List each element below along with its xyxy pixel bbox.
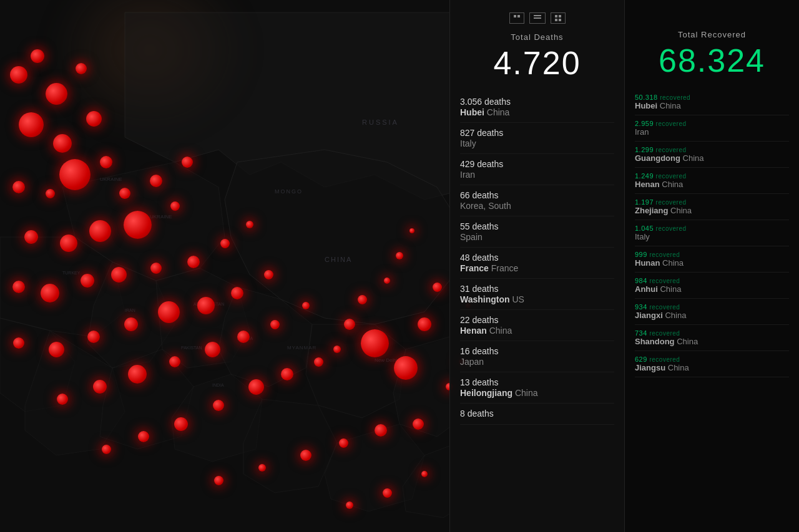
- death-location: France France: [460, 263, 614, 273]
- recovered-location: Henan China: [635, 180, 789, 189]
- infection-dot: [248, 379, 264, 395]
- infection-dot: [138, 431, 149, 442]
- svg-text:New Delhi: New Delhi: [375, 357, 398, 363]
- recovered-location: Italy: [635, 232, 789, 241]
- infection-dot: [128, 365, 147, 384]
- death-list-item: 3.056 deaths Hubei China: [460, 92, 614, 123]
- infection-dot: [346, 501, 353, 509]
- infection-dot: [87, 331, 100, 343]
- recovered-count: 1.299 recovered: [635, 146, 789, 153]
- recovered-count: 1.045 recovered: [635, 225, 789, 232]
- recovered-list-item: 984 recovered Anhui China: [635, 273, 789, 299]
- recovered-count: 999 recovered: [635, 251, 789, 258]
- recovered-list-item: 1.197 recovered Zhejiang China: [635, 194, 789, 220]
- recovered-label: recovered: [656, 199, 687, 206]
- infection-dot: [302, 302, 310, 309]
- svg-text:CHINA: CHINA: [325, 256, 352, 263]
- recovered-label: recovered: [660, 94, 690, 101]
- infection-dot: [46, 83, 67, 105]
- infection-dot: [111, 267, 127, 283]
- map-container: RUSSIA CHINA MONGO MYANMAR BURMA New Del…: [0, 0, 487, 532]
- infection-dot: [384, 278, 390, 284]
- death-location: Hubei China: [460, 107, 614, 117]
- death-list-item: 13 deaths Heilongjiang China: [460, 372, 614, 404]
- recovered-label: recovered: [649, 356, 680, 363]
- recovered-list-item: 1.045 recovered Italy: [635, 220, 789, 246]
- recovered-label: recovered: [656, 225, 687, 232]
- recovered-location: Anhui China: [635, 284, 789, 294]
- death-count: 22 deaths: [460, 315, 614, 325]
- infection-dot: [281, 368, 293, 380]
- grid-icon[interactable]: [509, 12, 524, 24]
- recovered-list: 50.318 recovered Hubei China 2.959 recov…: [635, 89, 789, 377]
- svg-text:MONGO: MONGO: [275, 188, 303, 195]
- infection-dot: [59, 159, 91, 190]
- svg-text:UKRAINE: UKRAINE: [100, 177, 122, 182]
- infection-dot: [344, 319, 355, 330]
- recovered-label: recovered: [649, 330, 680, 337]
- infection-dot: [102, 445, 111, 454]
- view-icons: [460, 12, 614, 24]
- svg-text:MYANMAR: MYANMAR: [287, 345, 316, 351]
- death-count: 13 deaths: [460, 377, 614, 387]
- recovered-list-item: 734 recovered Shandong China: [635, 325, 789, 351]
- recovered-location: Jiangxi China: [635, 311, 789, 320]
- infection-dot: [119, 188, 130, 199]
- infection-dot: [375, 424, 387, 437]
- total-deaths-label: Total Deaths: [460, 32, 614, 42]
- infection-dot: [361, 329, 389, 357]
- death-count: 827 deaths: [460, 128, 614, 138]
- infection-dot: [76, 63, 87, 74]
- total-deaths-value: 4.720: [460, 44, 614, 82]
- recovered-count: 50.318 recovered: [635, 94, 789, 101]
- infection-dot: [46, 189, 55, 198]
- infection-dot: [81, 274, 94, 288]
- recovered-list-item: 999 recovered Hunan China: [635, 246, 789, 273]
- deaths-list: 3.056 deaths Hubei China 827 deaths Ital…: [460, 92, 614, 425]
- infection-dot: [24, 230, 38, 244]
- infection-dot: [314, 357, 323, 367]
- recovered-count: 734 recovered: [635, 329, 789, 337]
- infection-dot: [124, 317, 138, 331]
- infection-dot: [220, 239, 230, 248]
- list-icon[interactable]: [529, 12, 546, 24]
- recovered-count: 1.249 recovered: [635, 172, 789, 180]
- infection-dot: [150, 263, 162, 274]
- infection-dot: [214, 476, 223, 485]
- infection-dot: [60, 235, 77, 252]
- infection-dot: [358, 295, 367, 304]
- death-location: Spain: [460, 232, 614, 242]
- death-count: 3.056 deaths: [460, 97, 614, 107]
- infection-dot: [270, 320, 280, 329]
- recovered-count: 2.959 recovered: [635, 120, 789, 127]
- recovered-list-item: 629 recovered Jiangsu China: [635, 351, 789, 377]
- infection-dot: [421, 471, 428, 477]
- death-list-item: 8 deaths: [460, 404, 614, 425]
- death-location: Japan: [460, 357, 614, 367]
- death-location: Italy: [460, 138, 614, 148]
- death-list-item: 55 deaths Spain: [460, 216, 614, 248]
- recovered-label: recovered: [656, 147, 687, 153]
- recovered-location: Shandong China: [635, 337, 789, 346]
- death-count: 16 deaths: [460, 346, 614, 356]
- recovered-location: Jiangsu China: [635, 363, 789, 372]
- infection-dot: [57, 394, 68, 405]
- svg-text:IRAN: IRAN: [125, 308, 135, 312]
- infection-dot: [333, 346, 341, 353]
- infection-dot: [246, 221, 253, 228]
- infection-dot: [258, 464, 266, 472]
- death-list-item: 429 deaths Iran: [460, 154, 614, 185]
- infection-dot: [197, 297, 215, 314]
- infection-dot: [339, 438, 348, 448]
- death-count: 429 deaths: [460, 159, 614, 169]
- table-icon[interactable]: [551, 12, 566, 24]
- recovered-list-item: 50.318 recovered Hubei China: [635, 89, 789, 115]
- infection-dot: [264, 270, 273, 279]
- deaths-panel: Total Deaths 4.720 3.056 deaths Hubei Ch…: [449, 0, 624, 532]
- infection-dot: [187, 256, 200, 268]
- total-recovered-label: Total Recovered: [635, 30, 789, 39]
- map-svg: RUSSIA CHINA MONGO MYANMAR BURMA New Del…: [0, 0, 487, 532]
- infection-dot: [205, 342, 220, 357]
- death-location: Iran: [460, 170, 614, 180]
- death-location: Korea, South: [460, 201, 614, 211]
